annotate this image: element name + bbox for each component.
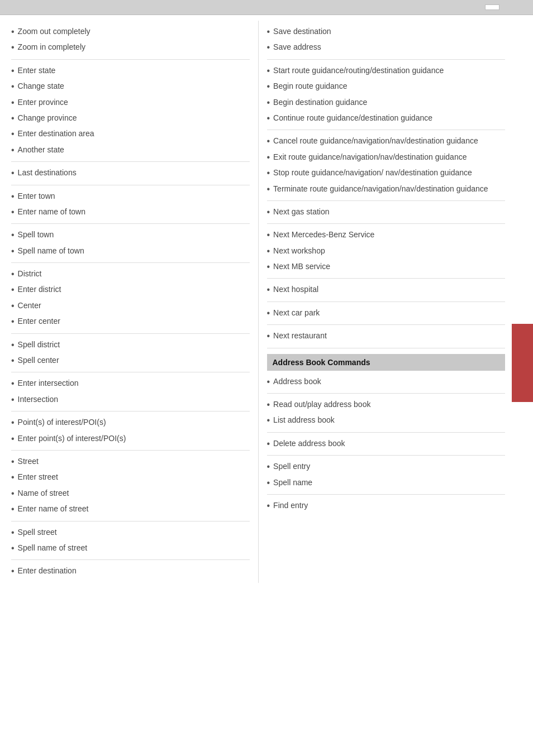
bullet-icon: • xyxy=(267,26,270,38)
bullet-icon: • xyxy=(11,542,15,554)
item-label: Zoom out completely xyxy=(18,26,91,37)
list-item: •Terminate route guidance/navigation/nav… xyxy=(267,181,506,197)
bullet-icon: • xyxy=(11,97,15,109)
item-label: Intersection xyxy=(18,394,58,405)
list-item: •Next workshop xyxy=(267,243,506,259)
right-group-2: •Cancel route guidance/navigation/nav/de… xyxy=(267,130,506,201)
item-label: Change province xyxy=(18,112,77,124)
item-label: Another state xyxy=(18,144,64,156)
list-item: •Address book xyxy=(267,374,506,390)
bullet-icon: • xyxy=(11,112,15,125)
list-item: •Begin destination guidance xyxy=(267,95,506,111)
list-item: •Enter center xyxy=(11,314,250,329)
bullet-icon: • xyxy=(11,503,15,515)
right-column: •Save destination•Save address•Start rou… xyxy=(259,21,506,583)
item-label: Enter street xyxy=(18,471,58,483)
list-item: •Save address xyxy=(267,40,506,55)
item-label: Save destination xyxy=(273,26,331,37)
bullet-icon: • xyxy=(11,128,15,140)
list-item: •Next hospital xyxy=(267,282,506,298)
bullet-icon: • xyxy=(267,376,270,388)
list-item: •Stop route guidance/navigation/ nav/des… xyxy=(267,165,506,181)
list-item: •Next restaurant xyxy=(267,328,506,344)
voice-control-tab xyxy=(512,324,533,402)
right-group-3: •Next gas station xyxy=(267,201,506,224)
left-group-7: •Enter intersection•Intersection xyxy=(11,372,250,412)
bullet-icon: • xyxy=(11,80,15,93)
item-label: List address book xyxy=(273,414,335,426)
bullet-icon: • xyxy=(267,414,270,427)
address-book-header: Address Book Commands xyxy=(267,354,506,371)
item-label: Start route guidance/routing/destination… xyxy=(273,65,444,76)
item-label: Next workshop xyxy=(273,245,325,257)
bullet-icon: • xyxy=(267,151,270,164)
bullet-icon: • xyxy=(267,477,270,489)
list-item: •Enter name of town xyxy=(11,204,250,220)
item-label: Terminate route guidance/navigation/nav/… xyxy=(273,183,488,195)
bullet-icon: • xyxy=(11,284,15,296)
item-label: Spell name xyxy=(273,477,312,489)
bullet-icon: • xyxy=(267,307,270,319)
item-label: Street xyxy=(18,456,39,467)
list-item: •Enter town xyxy=(11,189,250,204)
item-label: Spell name of street xyxy=(18,542,88,554)
bullet-icon: • xyxy=(267,112,270,125)
list-item: •Save destination xyxy=(267,24,506,40)
list-item: •Enter destination xyxy=(11,563,250,579)
right-group-6: •Next car park xyxy=(267,302,506,325)
item-label: Point(s) of interest/POI(s) xyxy=(18,417,106,428)
bullet-icon: • xyxy=(11,190,15,203)
bullet-icon: • xyxy=(267,183,270,195)
item-label: Enter destination area xyxy=(18,128,94,140)
bullet-icon: • xyxy=(267,80,270,93)
bullet-icon: • xyxy=(11,394,15,406)
left-group-0: •Zoom out completely•Zoom in completely xyxy=(11,21,250,60)
list-item: •Continue route guidance/destination gui… xyxy=(267,111,506,126)
item-label: Enter name of town xyxy=(18,206,85,218)
list-item: •Enter province xyxy=(11,95,250,111)
bullet-icon: • xyxy=(267,438,270,450)
bullet-icon: • xyxy=(267,206,270,218)
item-label: Next car park xyxy=(273,307,320,319)
list-item: •Change province xyxy=(11,111,250,126)
item-label: District xyxy=(18,268,42,280)
item-label: Find entry xyxy=(273,500,308,511)
page-wrapper: •Zoom out completely•Zoom in completely•… xyxy=(0,0,533,594)
bullet-icon: • xyxy=(267,65,270,77)
ab-group-0: •Address book xyxy=(267,371,506,394)
bullet-icon: • xyxy=(267,399,270,411)
list-item: •Spell street xyxy=(11,525,250,540)
list-item: •Next Mercedes-Benz Service xyxy=(267,227,506,243)
item-label: Enter name of street xyxy=(18,503,89,515)
left-group-8: •Point(s) of interest/POI(s)•Enter point… xyxy=(11,412,250,451)
ab-group-3: •Spell entry•Spell name xyxy=(267,456,506,495)
list-item: •Spell entry xyxy=(267,459,506,475)
left-group-11: •Enter destination xyxy=(11,560,250,582)
list-item: •Zoom in completely xyxy=(11,40,250,55)
item-label: Center xyxy=(18,300,41,312)
list-item: •Point(s) of interest/POI(s) xyxy=(11,415,250,430)
item-label: Enter district xyxy=(18,284,61,295)
list-item: •Exit route guidance/navigation/nav/dest… xyxy=(267,150,506,165)
bullet-icon: • xyxy=(267,461,270,473)
list-item: •Spell center xyxy=(11,353,250,369)
item-label: Enter town xyxy=(18,190,55,202)
bullet-icon: • xyxy=(11,417,15,429)
list-item: •Change state xyxy=(11,79,250,94)
list-item: •Read out/play address book xyxy=(267,397,506,413)
item-label: Next gas station xyxy=(273,206,329,218)
bullet-icon: • xyxy=(11,144,15,156)
list-item: •Intersection xyxy=(11,392,250,408)
bullet-icon: • xyxy=(11,456,15,468)
left-group-6: •Spell district•Spell center xyxy=(11,334,250,373)
ab-group-1: •Read out/play address book•List address… xyxy=(267,394,506,433)
list-item: •List address book xyxy=(267,413,506,428)
list-item: •Street xyxy=(11,454,250,470)
item-label: Save address xyxy=(273,41,321,53)
item-label: Enter point(s) of interest/POI(s) xyxy=(18,433,126,444)
item-label: Enter destination xyxy=(18,565,77,577)
item-label: Delete address book xyxy=(273,438,345,449)
bullet-icon: • xyxy=(11,41,15,54)
item-label: Spell district xyxy=(18,339,60,351)
bullet-icon: • xyxy=(11,167,15,179)
